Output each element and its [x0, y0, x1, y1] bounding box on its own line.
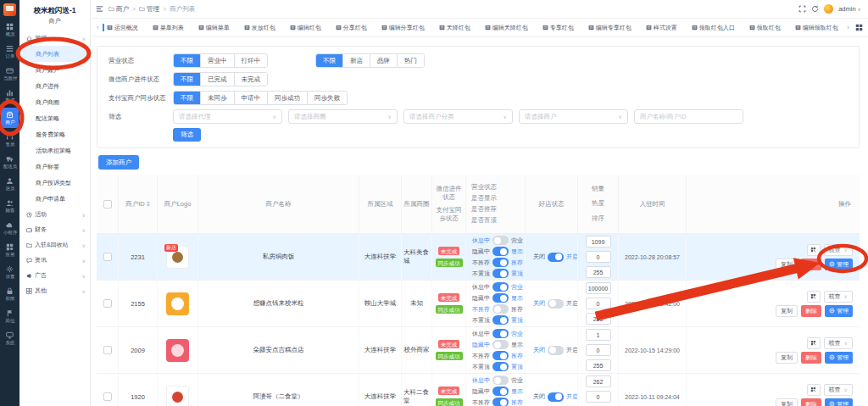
- verify-dropdown-button[interactable]: 核查∨: [824, 291, 853, 303]
- app-logo[interactable]: [3, 3, 16, 16]
- menu-item-merchant-district[interactable]: 商户商圈: [22, 94, 87, 110]
- status-toggle[interactable]: [492, 293, 509, 303]
- filter-chip[interactable]: 未同步: [200, 92, 234, 104]
- tab-scroll-right-icon[interactable]: ›: [845, 24, 851, 31]
- rail-item-permissions[interactable]: 权限: [0, 283, 19, 305]
- rail-item-clerk[interactable]: 店员: [0, 173, 19, 195]
- filter-chip[interactable]: 已完成: [200, 73, 234, 86]
- heat-input[interactable]: 0: [586, 391, 611, 403]
- copy-button[interactable]: 复制: [776, 259, 798, 270]
- status-toggle[interactable]: [492, 236, 509, 245]
- tab-scroll-left-icon[interactable]: ‹: [95, 24, 101, 31]
- avatar[interactable]: [824, 4, 833, 14]
- tab-2[interactable]: 编辑菜单: [198, 24, 230, 32]
- status-toggle[interactable]: [492, 375, 509, 385]
- filter-chip[interactable]: 品牌: [370, 54, 397, 67]
- tab-1[interactable]: 菜单列表: [153, 24, 184, 32]
- menu-item-merchant-account[interactable]: 商户账户: [22, 62, 87, 78]
- breadcrumb-item[interactable]: 商户: [108, 5, 129, 14]
- row-checkbox[interactable]: [103, 392, 112, 401]
- tab-13[interactable]: 领取红包: [749, 24, 781, 32]
- status-toggle[interactable]: [492, 329, 509, 338]
- heat-input[interactable]: 0: [586, 344, 611, 356]
- tab-0[interactable]: 运营概况: [107, 24, 138, 32]
- status-toggle[interactable]: [492, 351, 509, 360]
- select-all-checkbox[interactable]: [103, 200, 112, 209]
- tab-8[interactable]: 编辑天降红包: [485, 24, 528, 32]
- status-toggle[interactable]: [492, 269, 509, 278]
- filter-chip[interactable]: 同步成功: [267, 92, 307, 104]
- filter-chip[interactable]: 不限: [174, 73, 200, 86]
- filter-chip[interactable]: 营业中: [200, 54, 234, 67]
- filter-chip[interactable]: 打烊中: [234, 54, 268, 67]
- status-toggle[interactable]: [492, 315, 509, 325]
- good-shop-toggle[interactable]: [548, 253, 564, 262]
- rail-item-settings[interactable]: 设置: [0, 261, 19, 283]
- manage-button[interactable]: 管理: [825, 259, 853, 270]
- delete-button[interactable]: 删除: [801, 259, 821, 270]
- menu-group-ads[interactable]: 广告∨: [19, 268, 90, 283]
- rail-item-courier[interactable]: 配送员: [0, 151, 19, 173]
- row-checkbox[interactable]: [103, 253, 112, 261]
- filter-select-2[interactable]: 请选择商户分类∨: [403, 109, 513, 124]
- filter-chip[interactable]: 不限: [316, 54, 342, 67]
- good-shop-toggle[interactable]: [548, 392, 564, 402]
- status-toggle[interactable]: [492, 398, 509, 406]
- manage-button[interactable]: 管理: [825, 352, 853, 364]
- qrcode-button[interactable]: [807, 384, 821, 396]
- rail-item-miniapp[interactable]: 小程序: [0, 217, 19, 239]
- delete-button[interactable]: 删除: [801, 398, 821, 406]
- menu-item-activity-bear-strategy[interactable]: 活动承担策略: [22, 142, 87, 159]
- filter-select-1[interactable]: 请选择商圈∨: [288, 109, 398, 124]
- tab-12[interactable]: 领取红包入口: [692, 24, 735, 32]
- status-toggle[interactable]: [492, 247, 509, 256]
- row-checkbox[interactable]: [103, 299, 112, 308]
- sort-input[interactable]: 255: [586, 313, 611, 325]
- sales-input[interactable]: 1099: [586, 236, 611, 247]
- tab-9[interactable]: 专享红包: [542, 24, 574, 32]
- status-toggle[interactable]: [492, 282, 509, 292]
- tab-options-icon[interactable]: [855, 24, 863, 31]
- manage-button[interactable]: 管理: [825, 398, 853, 406]
- tab-14[interactable]: 编辑领取红包: [795, 24, 838, 32]
- filter-select-0[interactable]: 请选择代理∨: [173, 109, 282, 124]
- menu-item-merchant-entry[interactable]: 商户进件: [22, 78, 87, 94]
- merchant-search-input[interactable]: [634, 109, 743, 124]
- filter-chip[interactable]: 同步失败: [307, 92, 347, 104]
- filter-submit-button[interactable]: 筛选: [173, 128, 201, 142]
- rail-item-customer[interactable]: 顾客: [0, 195, 19, 217]
- rail-item-data[interactable]: 数据: [0, 85, 19, 107]
- tab-7[interactable]: 天降红包: [439, 24, 470, 32]
- copy-button[interactable]: 复制: [776, 398, 798, 406]
- refresh-icon[interactable]: [811, 5, 819, 13]
- menu-group-activity[interactable]: 活动∨: [19, 207, 90, 222]
- fullscreen-icon[interactable]: [798, 5, 806, 13]
- filter-chip[interactable]: 热门: [397, 54, 424, 67]
- rail-item-overview[interactable]: 概况: [0, 19, 19, 41]
- rail-item-apps[interactable]: 应用: [0, 239, 19, 261]
- tab-3[interactable]: 发放红包: [244, 24, 275, 32]
- status-toggle[interactable]: [492, 258, 509, 267]
- good-shop-toggle[interactable]: [548, 299, 564, 309]
- status-toggle[interactable]: [492, 387, 509, 396]
- qrcode-button[interactable]: [807, 337, 821, 349]
- menu-item-merchant-complaint-type[interactable]: 商户投诉类型: [22, 175, 87, 191]
- heat-input[interactable]: 0: [586, 298, 611, 309]
- filter-chip[interactable]: 不限: [174, 54, 200, 67]
- verify-dropdown-button[interactable]: 核查∨: [824, 384, 853, 396]
- verify-dropdown-button[interactable]: 核查∨: [824, 337, 853, 349]
- status-toggle[interactable]: [492, 304, 509, 314]
- breadcrumb-item[interactable]: 商户列表: [170, 5, 195, 14]
- status-toggle[interactable]: [492, 362, 509, 371]
- sales-input[interactable]: 100000: [586, 282, 611, 294]
- rail-item-system[interactable]: 系统: [0, 327, 19, 349]
- menu-item-merchant-list[interactable]: 商户列表: [22, 46, 87, 62]
- filter-chip[interactable]: 新店: [342, 54, 370, 67]
- collapse-menu-icon[interactable]: [96, 5, 103, 13]
- delete-button[interactable]: 删除: [801, 352, 821, 364]
- filter-chip[interactable]: 不限: [174, 92, 200, 104]
- qrcode-button[interactable]: [807, 291, 821, 303]
- menu-group-settle-recycle[interactable]: 入驻&回收站∨: [19, 237, 90, 253]
- rail-item-positions[interactable]: 岗位: [0, 305, 19, 327]
- menu-item-delivery-strategy[interactable]: 配送策略: [22, 110, 87, 126]
